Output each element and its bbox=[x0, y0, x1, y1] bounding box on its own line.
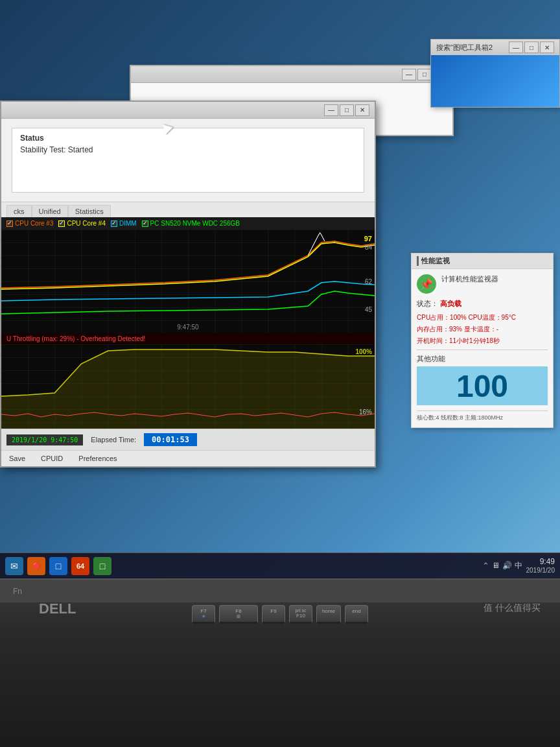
perf-header bbox=[412, 254, 553, 269]
key-end[interactable]: end bbox=[345, 605, 368, 624]
temp-graph-svg bbox=[1, 230, 375, 333]
perf-status-value: 高负载 bbox=[440, 300, 461, 307]
keyboard-row-1: F7☀ F8⊞ F9 prt scF10 home end bbox=[0, 602, 560, 626]
cpuid-button[interactable]: CPUID bbox=[38, 453, 65, 464]
legend-label-4: CPU Core #4 bbox=[67, 220, 105, 227]
taskbar-mail-icon[interactable]: ✉ bbox=[5, 557, 23, 575]
preferences-button[interactable]: Preferences bbox=[76, 453, 119, 464]
legend-check-nvme[interactable] bbox=[142, 220, 148, 227]
key-f7[interactable]: F7☀ bbox=[192, 605, 215, 624]
search-minimize-button[interactable]: — bbox=[509, 42, 523, 53]
main-maximize-button[interactable]: □ bbox=[340, 104, 354, 116]
main-minimize-button[interactable]: — bbox=[324, 104, 338, 116]
system-tray: ⌃ 🖥 🔊 中 bbox=[482, 560, 522, 571]
search-titlebar: 搜索"图吧工具箱2 — □ ✕ bbox=[431, 40, 559, 55]
key-home[interactable]: home bbox=[316, 605, 341, 624]
perf-body: 📌 计算机性能监视器 状态： 高负载 CPU占用：100% CPU温度：95°C… bbox=[412, 269, 553, 427]
keyboard-area: Fn F7☀ F8⊞ F9 prt scF10 home end DELL 值 … bbox=[0, 578, 560, 747]
status-text: Stability Test: Started bbox=[20, 145, 356, 154]
tray-language-icon[interactable]: 中 bbox=[515, 560, 522, 571]
taskbar-right: ⌃ 🖥 🔊 中 9:49 2019/1/20 bbox=[482, 557, 555, 574]
perf-cpu-usage: CPU占用：100% CPU温度：95°C bbox=[417, 313, 548, 322]
perf-app-header: 📌 计算机性能监视器 bbox=[417, 274, 548, 294]
graph-legend: CPU Core #3 CPU Core #4 DIMM PC SN520 NV… bbox=[1, 217, 375, 230]
perf-pin-icon: 📌 bbox=[417, 274, 436, 294]
key-f9[interactable]: F9 bbox=[262, 605, 285, 624]
key-f8[interactable]: F8⊞ bbox=[219, 605, 258, 624]
bg-minimize-button[interactable]: — bbox=[402, 69, 416, 80]
perf-cpu-temp: CPU温度：95°C bbox=[468, 314, 515, 321]
search-close-button[interactable]: ✕ bbox=[540, 42, 554, 53]
perf-app-name: 计算机性能监视器 bbox=[441, 274, 498, 284]
search-maximize-button[interactable]: □ bbox=[524, 42, 539, 53]
temp-graph: 97 84 62 45 9:47:50 bbox=[1, 230, 375, 333]
site-watermark: 值 什么值得买 bbox=[484, 602, 541, 614]
tray-network-icon[interactable]: 🖥 bbox=[492, 561, 500, 570]
cpu-label-16: 16% bbox=[359, 409, 372, 416]
legend-check-4[interactable] bbox=[58, 220, 65, 227]
cpu-graph-svg bbox=[1, 344, 375, 429]
tab-unified[interactable]: Unified bbox=[32, 205, 68, 217]
bg-maximize-button[interactable]: □ bbox=[417, 69, 432, 80]
dell-logo: DELL bbox=[39, 600, 76, 617]
search-window: 搜索"图吧工具箱2 — □ ✕ bbox=[430, 39, 560, 108]
timestamp-display: 2019/1/20 9:47:50 bbox=[6, 434, 83, 445]
taskbar-left: ✉ 🔴 □ 64 □ bbox=[5, 557, 111, 575]
tray-volume-icon[interactable]: 🔊 bbox=[502, 561, 512, 570]
perf-status-row: 状态： 高负载 bbox=[417, 299, 548, 309]
tabs-bar: cks Unified Statistics bbox=[1, 202, 375, 217]
taskbar-time: 9:49 bbox=[526, 557, 555, 566]
taskbar-blue-icon[interactable]: □ bbox=[49, 557, 67, 575]
save-button[interactable]: Save bbox=[6, 453, 28, 464]
legend-label-3: CPU Core #3 bbox=[15, 220, 53, 227]
legend-label-nvme: PC SN520 NVMe WDC 256GB bbox=[150, 220, 240, 227]
bg-window-titlebar: — □ ✕ bbox=[131, 66, 452, 83]
status-header: Status bbox=[20, 134, 356, 143]
legend-cpu-core4: CPU Core #4 bbox=[58, 220, 105, 227]
search-title: 搜索"图吧工具箱2 bbox=[436, 43, 493, 53]
legend-dimm: DIMM bbox=[111, 220, 137, 227]
taskbar-64-icon[interactable]: 64 bbox=[71, 557, 89, 575]
perf-divider bbox=[417, 350, 548, 350]
keyboard-top-bar: Fn bbox=[0, 580, 560, 602]
legend-check-3[interactable] bbox=[6, 220, 13, 227]
taskbar-date: 2019/1/20 bbox=[526, 567, 555, 575]
cpu-graph: 100% 16% bbox=[1, 344, 375, 429]
taskbar-green-icon[interactable]: □ bbox=[93, 557, 111, 575]
throttle-warning: U Throttling (max: 29%) - Overheating De… bbox=[1, 333, 375, 344]
main-close-button[interactable]: ✕ bbox=[355, 104, 369, 116]
perf-gpu-temp: 显卡温度：- bbox=[464, 326, 498, 333]
taskbar: ✉ 🔴 □ 64 □ ⌃ 🖥 🔊 中 9:49 2019/1/20 bbox=[0, 552, 560, 578]
tab-statistics[interactable]: Statistics bbox=[68, 205, 111, 217]
legend-check-dimm[interactable] bbox=[111, 220, 117, 227]
graph-time: 9:47:50 bbox=[177, 324, 198, 331]
bottom-actions: Save CPUID Preferences bbox=[1, 450, 375, 466]
main-window-controls[interactable]: — □ ✕ bbox=[324, 104, 369, 116]
fn-key-indicator: Fn bbox=[13, 587, 22, 596]
keyboard-spacer bbox=[0, 626, 560, 646]
status-box: Status Stability Test: Started bbox=[12, 128, 364, 193]
perf-big-number: 100 bbox=[456, 368, 508, 404]
legend-nvme: PC SN520 NVMe WDC 256GB bbox=[142, 220, 240, 227]
taskbar-orange-icon[interactable]: 🔴 bbox=[27, 557, 45, 575]
search-blue-area bbox=[431, 55, 559, 107]
bottom-bar: 2019/1/20 9:47:50 Elapsed Time: 00:01:53 bbox=[1, 429, 375, 450]
perf-bar-container: 100 bbox=[417, 366, 548, 405]
search-window-controls[interactable]: — □ ✕ bbox=[509, 42, 554, 53]
tab-cks[interactable]: cks bbox=[6, 205, 32, 217]
key-prtsc[interactable]: prt scF10 bbox=[289, 605, 312, 624]
status-section: Status Stability Test: Started bbox=[1, 119, 375, 202]
cpu-label-100: 100% bbox=[355, 348, 372, 355]
perf-status-label: 状态： bbox=[417, 300, 438, 307]
taskbar-time-display: 9:49 2019/1/20 bbox=[526, 557, 555, 574]
perf-mem-usage: 内存占用：93% bbox=[417, 326, 462, 333]
elapsed-value: 00:01:53 bbox=[144, 433, 197, 446]
temp-label-97: 97 bbox=[364, 235, 372, 243]
perf-cpu-usage-text: CPU占用：100% bbox=[417, 314, 467, 321]
perf-mem-row: 内存占用：93% 显卡温度：- bbox=[417, 324, 548, 334]
tray-arrow-icon[interactable]: ⌃ bbox=[482, 561, 489, 571]
perf-uptime: 开机时间：11小时1分钟18秒 bbox=[417, 337, 500, 344]
temp-label-62: 62 bbox=[365, 278, 372, 285]
perf-footer: 核心数:4 线程数:8 主频:1800MHz bbox=[417, 410, 548, 422]
temp-label-45: 45 bbox=[365, 306, 372, 313]
